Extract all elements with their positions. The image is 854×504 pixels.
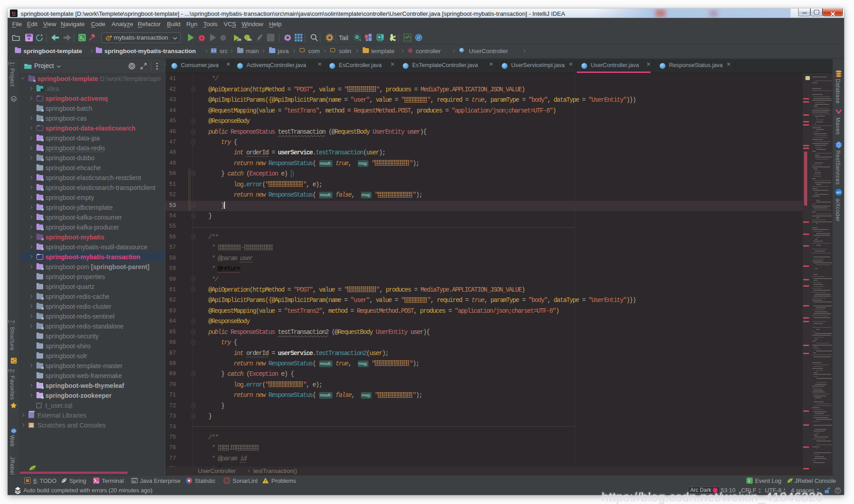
svg-text:1: 1 (748, 478, 750, 483)
svg-text:JR: JR (237, 38, 241, 41)
svg-text:JR: JR (247, 38, 252, 41)
svg-text:EE: EE (132, 480, 136, 483)
svg-text:aiX: aiX (836, 191, 841, 194)
svg-text:M: M (12, 97, 15, 101)
